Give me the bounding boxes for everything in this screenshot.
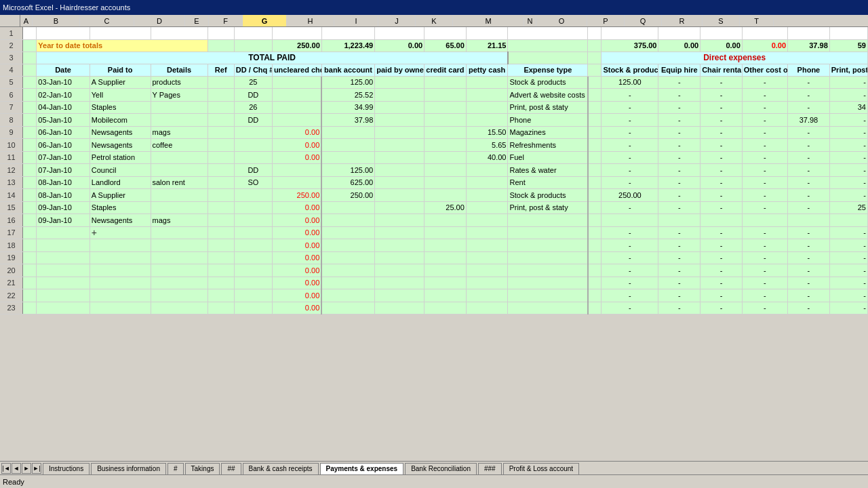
row-num-17: 17 xyxy=(0,227,23,239)
sheet-tab-bank-reconciliation[interactable]: Bank Reconciliation xyxy=(405,463,477,475)
col-header-b: B xyxy=(33,15,80,26)
cell-date-13[interactable]: 08-Jan-10 xyxy=(37,177,90,189)
cell-paidto-12[interactable]: Council xyxy=(90,164,151,176)
cell-paidto-5[interactable]: A Supplier xyxy=(90,77,151,89)
col-header-a: A xyxy=(20,15,33,26)
cell-date-17[interactable] xyxy=(37,227,90,239)
cell-date-8[interactable]: 05-Jan-10 xyxy=(37,114,90,126)
row-num-5: 5 xyxy=(0,77,23,89)
cell-paidto-13[interactable]: Landlord xyxy=(90,177,151,189)
data-row-9: 906-Jan-10Newsagentsmags0.0015.50Magazin… xyxy=(0,127,868,139)
tab-next-btn[interactable]: ► xyxy=(22,463,31,474)
row-num-6: 6 xyxy=(0,89,23,101)
col-header-t: T xyxy=(740,15,774,26)
cell-date-16[interactable]: 09-Jan-10 xyxy=(37,214,90,226)
col-header-c: C xyxy=(80,15,134,26)
data-row-6: 602-Jan-10YellY PagesDD25.52Advert & web… xyxy=(0,89,868,101)
cell-paidto-11[interactable]: Petrol station xyxy=(90,152,151,164)
cell-date-12[interactable]: 07-Jan-10 xyxy=(37,164,90,176)
row-num-23: 23 xyxy=(0,302,23,314)
cell-date-22[interactable] xyxy=(37,289,90,302)
ytd-label: Year to date totals xyxy=(37,39,208,52)
tab-prev-btn[interactable]: ◄ xyxy=(12,463,21,474)
cell-date-23[interactable] xyxy=(37,302,90,314)
cell-date-5[interactable]: 03-Jan-10 xyxy=(37,77,90,89)
row-num-8: 8 xyxy=(0,114,23,126)
sheet-tab-business-information[interactable]: Business information xyxy=(91,463,166,475)
sheet-tab----[interactable]: ### xyxy=(478,463,502,475)
cell-date-20[interactable] xyxy=(37,264,90,277)
row-num-19: 19 xyxy=(0,252,23,264)
cell-paidto-14[interactable]: A Supplier xyxy=(90,189,151,201)
tab-first-btn[interactable]: |◄ xyxy=(1,463,11,474)
cell-date-6[interactable]: 02-Jan-10 xyxy=(37,89,90,101)
row-num-18: 18 xyxy=(0,239,23,251)
row-num-1: 1 xyxy=(0,27,23,39)
tab-last-btn[interactable]: ►| xyxy=(32,463,41,474)
cell-date-21[interactable] xyxy=(37,277,90,289)
sheet-tab-payments---expenses[interactable]: Payments & expenses xyxy=(320,463,404,475)
cell-paidto-15[interactable]: Staples xyxy=(90,202,151,214)
col-header-g: G xyxy=(243,15,287,26)
data-row-22: 220.00------ xyxy=(0,289,868,302)
sheet-tab--[interactable]: # xyxy=(167,463,184,475)
cell-date-15[interactable]: 09-Jan-10 xyxy=(37,202,90,214)
cell-date-9[interactable]: 06-Jan-10 xyxy=(37,127,90,139)
sheet-tab-profit---loss-account[interactable]: Profit & Loss account xyxy=(503,463,580,475)
header-ref: Ref xyxy=(208,64,234,76)
direct-expenses-label: Direct expenses xyxy=(601,52,868,64)
status-bar: Ready xyxy=(0,474,868,488)
header-chair: Chair rental xyxy=(701,64,743,76)
col-header-h: H xyxy=(287,15,334,26)
sheet-tab---[interactable]: ## xyxy=(221,463,241,475)
header-date: Date xyxy=(37,64,90,76)
row2-p: 0.00 xyxy=(658,39,701,52)
row2-q: 0.00 xyxy=(701,39,743,52)
cell-paidto-8[interactable]: Mobilecom xyxy=(90,114,151,126)
col-header-s: S xyxy=(703,15,740,26)
data-row-7: 704-Jan-10Staples2634.99Print, post & st… xyxy=(0,102,868,114)
row2-k: 21.15 xyxy=(466,39,508,52)
total-paid-label: TOTAL PAID xyxy=(37,52,508,64)
header-owners: paid by owners xyxy=(375,64,425,76)
main-area: A B C D E F G H I J K M N O P Q R S T 1 xyxy=(0,15,868,461)
row2-i: 0.00 xyxy=(375,39,425,52)
data-row-11: 1107-Jan-10Petrol station0.0040.00Fuel--… xyxy=(0,152,868,164)
header-other: Other cost of sales xyxy=(742,64,787,76)
grid-body: 1 xyxy=(0,27,868,461)
cell-paidto-6[interactable]: Yell xyxy=(90,89,151,101)
spreadsheet-app: Microsoft Excel - Hairdresser accounts A… xyxy=(0,0,868,488)
cell-paidto-17[interactable]: + xyxy=(90,227,151,239)
cell-paidto-22[interactable] xyxy=(90,289,151,302)
cell-paidto-7[interactable]: Staples xyxy=(90,102,151,114)
col-header-f: F xyxy=(209,15,243,26)
col-header-m: M xyxy=(453,15,524,26)
cell-paidto-23[interactable] xyxy=(90,302,151,314)
cell-date-10[interactable]: 06-Jan-10 xyxy=(37,139,90,151)
cell-date-11[interactable]: 07-Jan-10 xyxy=(37,152,90,164)
header-uncleared: uncleared chqs xyxy=(272,64,321,76)
title-bar: Microsoft Excel - Hairdresser accounts xyxy=(0,0,868,15)
cell-paidto-10[interactable]: Newsagents xyxy=(90,139,151,151)
cell-date-7[interactable]: 04-Jan-10 xyxy=(37,102,90,114)
cell-paidto-16[interactable]: Newsagents xyxy=(90,214,151,226)
row2-r: 0.00 xyxy=(742,39,787,52)
col-header-q: Q xyxy=(625,15,662,26)
row-num-13: 13 xyxy=(0,177,23,189)
sheet-tab-instructions[interactable]: Instructions xyxy=(43,463,90,475)
cell-paidto-20[interactable] xyxy=(90,264,151,277)
cell-paidto-21[interactable] xyxy=(90,277,151,289)
sheet-tab-takings[interactable]: Takings xyxy=(185,463,220,475)
data-row-18: 180.00------ xyxy=(0,239,868,251)
cell-paidto-19[interactable] xyxy=(90,252,151,264)
cell-date-18[interactable] xyxy=(37,239,90,251)
cell-date-19[interactable] xyxy=(37,252,90,264)
cell-paidto-9[interactable]: Newsagents xyxy=(90,127,151,139)
row-num-14: 14 xyxy=(0,189,23,201)
data-row-21: 210.00------ xyxy=(0,277,868,289)
cell-date-14[interactable]: 08-Jan-10 xyxy=(37,189,90,201)
status-text: Ready xyxy=(3,478,24,486)
header-petty: petty cash xyxy=(466,64,508,76)
cell-paidto-18[interactable] xyxy=(90,239,151,251)
sheet-tab-bank---cash-receipts[interactable]: Bank & cash receipts xyxy=(243,463,319,475)
